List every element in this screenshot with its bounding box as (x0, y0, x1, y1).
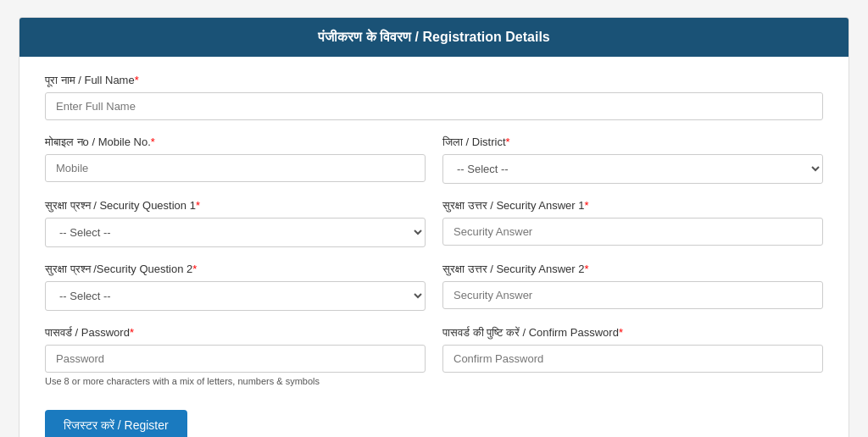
district-col: जिला / District* -- Select -- (442, 136, 823, 184)
mobile-input[interactable] (45, 154, 426, 182)
security-q2-col: सुरक्षा प्रश्न /Security Question 2* -- … (45, 263, 426, 311)
district-label: जिला / District* (442, 136, 823, 149)
register-button[interactable]: रिजस्टर करें / Register (45, 410, 187, 437)
password-col: पासवर्ड / Password* Use 8 or more charac… (45, 326, 426, 386)
security-a1-input[interactable] (442, 218, 823, 246)
password-row: पासवर्ड / Password* Use 8 or more charac… (45, 326, 823, 386)
mobile-col: मोबाइल नo / Mobile No.* (45, 136, 426, 184)
full-name-group: पूरा नाम / Full Name* (45, 74, 823, 120)
confirm-password-label: पासवर्ड की पुष्टि करें / Confirm Passwor… (442, 326, 823, 340)
registration-form-container: पंजीकरण के विवरण / Registration Details … (19, 17, 849, 437)
security-q2-row: सुरक्षा प्रश्न /Security Question 2* -- … (45, 263, 823, 311)
security-q1-col: सुरक्षा प्रश्न / Security Question 1* --… (45, 199, 426, 247)
confirm-password-col: पासवर्ड की पुष्टि करें / Confirm Passwor… (442, 326, 823, 386)
full-name-label: पूरा नाम / Full Name* (45, 74, 823, 87)
security-q1-select[interactable]: -- Select -- (45, 218, 426, 247)
security-a2-col: सुरक्षा उत्तर / Security Answer 2* (442, 263, 823, 311)
mobile-label: मोबाइल नo / Mobile No.* (45, 136, 426, 149)
mobile-district-row: मोबाइल नo / Mobile No.* जिला / District*… (45, 136, 823, 184)
header-title: पंजीकरण के विवरण / Registration Details (318, 30, 549, 44)
form-body: पूरा नाम / Full Name* मोबाइल नo / Mobile… (19, 57, 849, 437)
security-q2-label: सुरक्षा प्रश्न /Security Question 2* (45, 263, 426, 276)
confirm-password-input[interactable] (442, 345, 823, 373)
full-name-input[interactable] (45, 92, 823, 120)
security-q1-label: सुरक्षा प्रश्न / Security Question 1* (45, 199, 426, 213)
security-a1-label: सुरक्षा उत्तर / Security Answer 1* (442, 199, 823, 213)
password-input[interactable] (45, 345, 426, 373)
password-hint: Use 8 or more characters with a mix of l… (45, 376, 426, 386)
form-header: पंजीकरण के विवरण / Registration Details (19, 18, 849, 57)
security-a2-label: सुरक्षा उत्तर / Security Answer 2* (442, 263, 823, 276)
security-q1-row: सुरक्षा प्रश्न / Security Question 1* --… (45, 199, 823, 247)
password-label: पासवर्ड / Password* (45, 326, 426, 340)
security-a2-input[interactable] (442, 281, 823, 309)
security-a1-col: सुरक्षा उत्तर / Security Answer 1* (442, 199, 823, 247)
security-q2-select[interactable]: -- Select -- (45, 281, 426, 311)
district-select[interactable]: -- Select -- (442, 154, 823, 184)
